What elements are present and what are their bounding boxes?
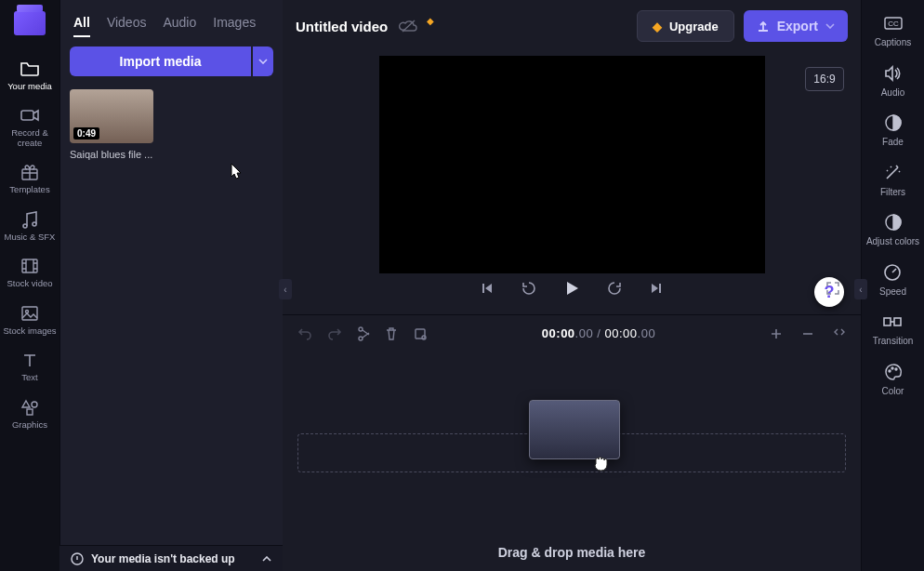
fit-button[interactable]	[833, 327, 846, 340]
nav-text[interactable]: Text	[1, 343, 59, 390]
upload-icon	[757, 20, 770, 33]
chevron-down-icon	[825, 23, 835, 29]
backup-bar[interactable]: Your media isn't backed up	[59, 545, 283, 571]
gauge-icon	[881, 262, 904, 283]
rail-collapse-button[interactable]: ‹	[854, 279, 867, 299]
shapes-icon	[20, 398, 40, 417]
media-list: 0:49 Saiqal blues file ...	[60, 87, 283, 162]
upgrade-button[interactable]: ◆ Upgrade	[637, 10, 734, 42]
rail-fade[interactable]: Fade	[882, 113, 904, 148]
nav-record-create[interactable]: Record & create	[1, 99, 59, 155]
undo-button[interactable]	[297, 327, 312, 340]
rail-adjust-colors[interactable]: Adjust colors	[866, 212, 919, 247]
media-item[interactable]: 0:49 Saiqal blues file ...	[70, 89, 153, 160]
nav-music-sfx[interactable]: Music & SFX	[1, 203, 59, 249]
camera-icon	[20, 106, 40, 125]
timeline-toolbar: 00:00.00 / 00:00.00	[283, 314, 861, 352]
video-title[interactable]: Untitled video	[296, 19, 388, 34]
center-area: Untitled video ◆ ◆ Upgrade Export 16:9 ?	[283, 0, 861, 571]
gift-icon	[20, 163, 40, 181]
media-thumbnail: 0:49	[70, 89, 153, 143]
nav-graphics[interactable]: Graphics	[1, 391, 59, 437]
timeline[interactable]: Drag & drop media here	[283, 352, 861, 571]
media-duration: 0:49	[73, 127, 99, 139]
video-preview[interactable]	[379, 56, 765, 273]
folder-icon	[20, 60, 40, 78]
transport-controls	[283, 273, 861, 307]
export-button[interactable]: Export	[744, 10, 848, 42]
rail-transition[interactable]: Transition	[873, 312, 914, 347]
media-panel: All Videos Audio Images Import media 0:4…	[59, 0, 283, 545]
nav-stock-video[interactable]: Stock video	[1, 249, 59, 296]
rail-audio[interactable]: Audio	[881, 63, 905, 99]
diamond-badge-icon: ◆	[427, 16, 434, 26]
rewind-button[interactable]	[520, 279, 538, 298]
svg-rect-0	[21, 111, 33, 120]
svg-point-23	[891, 367, 893, 369]
rail-speed[interactable]: Speed	[879, 262, 906, 298]
svg-rect-8	[27, 409, 33, 415]
import-media-dropdown[interactable]	[253, 46, 273, 76]
left-nav: Your media Record & create Templates Mus…	[0, 0, 59, 571]
tab-audio[interactable]: Audio	[163, 15, 196, 37]
tab-images[interactable]: Images	[213, 15, 256, 37]
chevron-down-icon	[258, 59, 268, 64]
tab-all[interactable]: All	[73, 15, 90, 37]
svg-rect-4	[22, 259, 37, 272]
split-button[interactable]	[357, 326, 370, 341]
dragging-clip[interactable]	[529, 400, 620, 459]
palette-icon	[882, 362, 904, 382]
delete-button[interactable]	[385, 326, 398, 341]
fade-icon	[882, 113, 904, 133]
rail-filters[interactable]: Filters	[880, 163, 905, 198]
chevron-up-icon	[262, 556, 271, 562]
skip-start-button[interactable]	[477, 279, 495, 298]
nav-templates[interactable]: Templates	[1, 155, 59, 202]
svg-rect-5	[22, 307, 37, 320]
svg-point-12	[359, 337, 363, 340]
right-rail: ‹ CC Captions Audio Fade Filters Adjust …	[861, 0, 924, 571]
film-icon	[20, 257, 40, 275]
import-media-button[interactable]: Import media	[70, 46, 251, 76]
skip-end-button[interactable]	[648, 279, 667, 298]
music-icon	[20, 210, 40, 229]
drop-hint: Drag & drop media here	[283, 545, 861, 560]
speaker-icon	[881, 63, 904, 84]
text-icon	[20, 351, 40, 369]
rail-captions[interactable]: CC Captions	[875, 13, 911, 48]
tab-videos[interactable]: Videos	[107, 15, 147, 37]
transition-icon	[881, 312, 904, 332]
svg-point-24	[895, 368, 897, 370]
svg-point-7	[32, 402, 37, 407]
wand-icon	[881, 163, 904, 183]
fullscreen-button[interactable]	[825, 281, 840, 296]
svg-point-22	[889, 370, 891, 372]
image-icon	[20, 304, 40, 323]
crop-button[interactable]	[413, 326, 428, 341]
app-logo	[14, 11, 46, 35]
nav-your-media[interactable]: Your media	[1, 52, 59, 99]
svg-rect-13	[416, 329, 425, 339]
info-icon	[71, 552, 84, 565]
play-button[interactable]	[562, 279, 581, 298]
svg-point-14	[422, 336, 426, 339]
forward-button[interactable]	[605, 279, 624, 298]
svg-point-11	[359, 327, 363, 331]
svg-point-3	[33, 222, 36, 226]
cloud-sync-icon[interactable]	[399, 19, 417, 33]
preview-area: 16:9 ?	[283, 52, 861, 314]
diamond-icon: ◆	[653, 20, 662, 33]
media-filename: Saiqal blues file ...	[70, 149, 153, 160]
svg-rect-21	[894, 318, 901, 325]
svg-text:CC: CC	[888, 20, 899, 28]
zoom-in-button[interactable]	[770, 327, 783, 340]
zoom-out-button[interactable]	[801, 327, 814, 340]
panel-collapse-button[interactable]: ‹	[279, 279, 292, 299]
aspect-ratio-button[interactable]: 16:9	[805, 67, 844, 91]
nav-stock-images[interactable]: Stock images	[1, 297, 59, 343]
rail-color[interactable]: Color	[882, 362, 904, 397]
topbar: Untitled video ◆ ◆ Upgrade Export	[283, 0, 861, 52]
redo-button[interactable]	[327, 327, 342, 340]
captions-icon: CC	[882, 13, 904, 33]
timecode-display: 00:00.00 / 00:00.00	[442, 326, 755, 340]
